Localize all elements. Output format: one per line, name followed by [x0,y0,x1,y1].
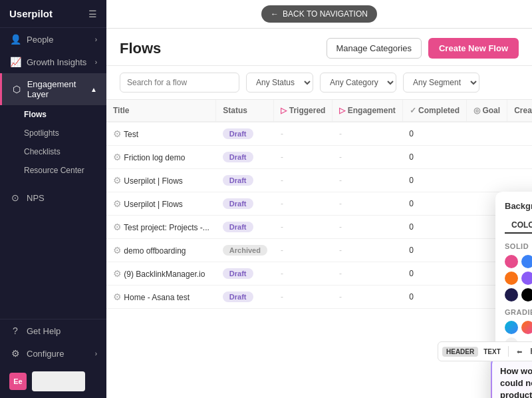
sidebar-item-people[interactable]: 👤 People › [0,28,106,51]
cell-engagement: - [332,146,402,169]
gear-icon[interactable]: ⚙ [113,128,122,139]
cell-title: ⚙ Home - Asana test [106,286,216,309]
cell-triggered: - [274,146,332,169]
text-tab[interactable]: TEXT [479,347,505,357]
cell-completed: 0 [402,146,466,169]
cell-title: ⚙ demo offboarding [106,239,216,262]
cell-completed: 0 [402,169,466,192]
gear-icon[interactable]: ⚙ [113,245,122,256]
sidebar-sub-flows[interactable]: Flows [0,105,106,124]
cell-title: ⚙ (9) BacklinkManager.io [106,262,216,286]
toolbar-divider [508,346,509,357]
triggered-icon: ▷ [281,106,287,115]
cell-triggered: - [274,216,332,239]
gear-icon[interactable]: ⚙ [113,268,122,279]
collapse-icon[interactable]: ☰ [88,9,97,19]
flows-table: Title Status ▷ Triggered ▷ Engagement ✓ … [106,100,532,309]
solid-color-grid: + [505,255,532,301]
filter-bar: Any Status Any Category Any Segment [106,66,532,100]
h1-button[interactable]: H1 [528,344,532,359]
sidebar-item-label: Configure [27,349,64,359]
color-swatch[interactable] [521,272,532,285]
cell-engagement: - [332,122,402,146]
cell-completed: 0 [402,216,466,239]
cell-status: Draft [216,216,274,239]
cell-status: Draft [216,262,274,286]
col-triggered: ▷ Triggered [274,100,332,122]
cell-triggered: - [274,122,332,146]
bg-tab-color[interactable]: COLOR [505,218,532,234]
configure-icon: ⚙ [9,348,21,359]
sidebar-item-nps[interactable]: ⊙ NPS [0,186,106,209]
cell-goal [467,169,507,192]
cell-triggered: - [274,286,332,309]
col-engagement: ▷ Engagement [332,100,402,122]
main-content: ← BACK TO NAVIGATION Flows Manage Catego… [106,0,532,398]
sidebar-item-get-help[interactable]: ? Get Help [0,319,106,342]
sidebar-bottom: ? Get Help ⚙ Configure › Ee [0,319,106,398]
cell-goal [467,122,507,146]
cell-engagement: - [332,192,402,216]
sidebar-sub-checklists[interactable]: Checklists [0,142,106,161]
color-swatch[interactable] [521,255,532,268]
completed-icon: ✓ [410,106,416,115]
sidebar: Userpilot ☰ 👤 People › 📈 Growth Insights… [0,0,106,398]
sidebar-sub-resource-center[interactable]: Resource Center [0,161,106,180]
status-filter[interactable]: Any Status [246,73,313,93]
sidebar-item-label: Growth Insights [27,57,86,67]
cell-engagement: - [332,239,402,262]
header-tab[interactable]: HEADER [442,347,478,357]
toolbar-icon-left[interactable]: ⬅ [512,344,527,359]
chevron-down-icon: ▲ [90,86,97,93]
sidebar-item-label: NPS [27,193,45,203]
gradient-swatch[interactable] [521,321,532,334]
cell-status: Draft [216,192,274,216]
table-header-row: Title Status ▷ Triggered ▷ Engagement ✓ … [106,100,532,122]
table-row: ⚙ Test Draft - - 0 [106,122,532,146]
gradient-swatch[interactable] [505,321,518,334]
cell-engagement: - [332,216,402,239]
cell-completed: 0 [402,286,466,309]
page-title: Flows [120,40,161,57]
create-new-flow-button[interactable]: Create New Flow [428,38,519,59]
cell-triggered: - [274,262,332,286]
col-title: Title [106,100,216,122]
col-status: Status [216,100,274,122]
cell-triggered: - [274,169,332,192]
cell-status: Draft [216,122,274,146]
sidebar-item-configure[interactable]: ⚙ Configure › [0,342,106,365]
cell-goal [467,146,507,169]
back-navigation-button[interactable]: ← BACK TO NAVIGATION [261,5,377,23]
cell-triggered: - [274,239,332,262]
gear-icon[interactable]: ⚙ [113,222,122,232]
avatar[interactable]: Ee [9,373,27,390]
cell-title: ⚙ Userpilot | Flows [106,192,216,216]
gradient-section-label: GRADIENT [505,308,532,316]
cell-title: ⚙ Userpilot | Flows [106,169,216,192]
color-swatch[interactable] [505,255,518,268]
cell-completed: 0 [402,239,466,262]
manage-categories-button[interactable]: Manage Categories [327,38,422,59]
flows-table-container: Title Status ▷ Triggered ▷ Engagement ✓ … [106,100,532,398]
sidebar-logo: Userpilot ☰ [0,0,106,28]
sidebar-sub-spotlights[interactable]: Spotlights [0,124,106,142]
engagement-icon: ▷ [339,106,345,115]
solid-section-label: SOLID + ADD COLOR [505,242,532,250]
gear-icon[interactable]: ⚙ [113,175,122,186]
color-swatch[interactable] [521,288,532,301]
sidebar-item-growth[interactable]: 📈 Growth Insights › [0,51,106,73]
engagement-icon: ⬡ [11,84,22,95]
cell-status: Draft [216,169,274,192]
category-filter[interactable]: Any Category [320,73,396,93]
cell-completed: 0 [402,262,466,286]
background-popup: Background COLOR IMAGES ⬜ Unsplash SOLID… [495,192,532,360]
segment-filter[interactable]: Any Segment [403,73,479,93]
gear-icon[interactable]: ⚙ [113,292,122,302]
gear-icon[interactable]: ⚙ [113,152,122,162]
gear-icon[interactable]: ⚙ [113,198,122,209]
color-swatch[interactable] [505,288,518,301]
back-arrow-icon: ← [271,9,279,19]
search-input[interactable] [120,73,239,93]
color-swatch[interactable] [505,272,518,285]
sidebar-item-engagement[interactable]: ⬡ Engagement Layer ▲ [0,73,106,105]
